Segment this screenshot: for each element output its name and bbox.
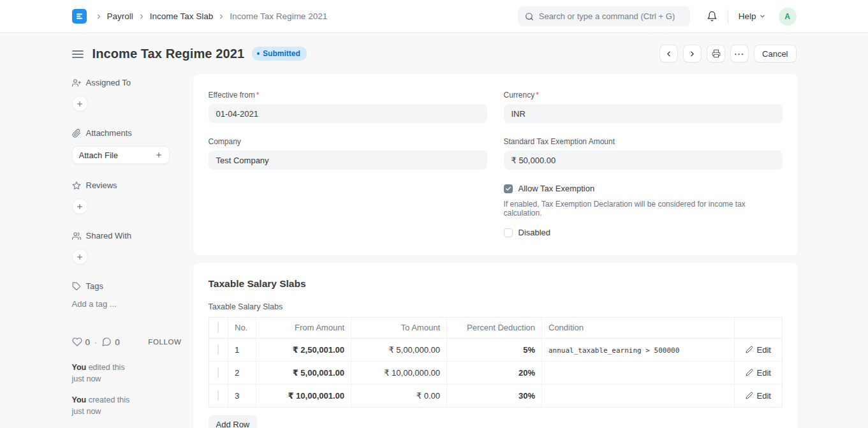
- chevron-right-icon: [95, 13, 103, 20]
- heart-icon[interactable]: [72, 337, 82, 347]
- row-number: 3: [228, 384, 256, 407]
- chevron-right-icon: [138, 13, 145, 20]
- effective-from-input[interactable]: 01-04-2021: [209, 104, 487, 123]
- chevron-left-icon: [665, 50, 673, 58]
- dot-separator: ·: [94, 337, 97, 347]
- print-button[interactable]: [707, 45, 725, 63]
- edit-label: Edit: [757, 368, 771, 378]
- currency-label: Currency: [504, 91, 535, 100]
- column-header-condition: Condition: [542, 318, 735, 338]
- breadcrumb-item-income-tax-slab[interactable]: Income Tax Slab: [150, 11, 214, 21]
- status-badge: Submitted: [252, 47, 307, 61]
- allow-tax-exemption-label: Allow Tax Exemption: [519, 184, 595, 193]
- more-actions-button[interactable]: ···: [730, 45, 749, 63]
- comment-icon[interactable]: [101, 337, 112, 347]
- chevron-down-icon: [759, 13, 766, 20]
- required-marker: *: [256, 91, 260, 100]
- standard-tax-exemption-field: Standard Tax Exemption Amount ₹ 50,000.0…: [504, 137, 783, 170]
- row-checkbox[interactable]: [217, 390, 219, 401]
- slabs-table-label: Taxable Salary Slabs: [209, 302, 783, 311]
- activity-actor: You: [72, 395, 87, 404]
- user-avatar[interactable]: A: [779, 8, 797, 26]
- edit-row-button[interactable]: Edit: [741, 391, 776, 401]
- percent-deduction-cell[interactable]: 20%: [447, 361, 542, 384]
- search-placeholder: Search or type a command (Ctrl + G): [539, 11, 675, 21]
- add-review-button[interactable]: [72, 198, 88, 214]
- cancel-button[interactable]: Cancel: [754, 45, 796, 63]
- checkbox-unchecked-icon: [504, 228, 513, 237]
- printer-icon: [712, 49, 721, 58]
- activity-time: just now: [72, 374, 182, 384]
- attach-file-label: Attach File: [79, 151, 118, 160]
- standard-tax-exemption-input[interactable]: ₹ 50,000.00: [504, 151, 783, 170]
- shared-with-section: Shared With: [72, 231, 182, 265]
- checkbox-checked-icon: [504, 184, 513, 193]
- disabled-label: Disabled: [519, 228, 551, 237]
- breadcrumb-item-current: Income Tax Regime 2021: [230, 11, 327, 21]
- currency-input[interactable]: INR: [504, 104, 783, 123]
- sidebar-toggle-icon[interactable]: [72, 48, 84, 59]
- page-title: Income Tax Regime 2021: [92, 47, 245, 61]
- pencil-icon: [746, 369, 753, 376]
- percent-deduction-cell[interactable]: 30%: [447, 384, 542, 407]
- breadcrumb: Payroll Income Tax Slab Income Tax Regim…: [91, 11, 328, 21]
- ellipsis-icon: ···: [735, 49, 745, 59]
- row-checkbox[interactable]: [217, 344, 219, 355]
- to-amount-cell[interactable]: ₹ 0.00: [351, 384, 447, 407]
- reviews-section: Reviews: [72, 181, 182, 214]
- edit-row-button[interactable]: Edit: [741, 345, 776, 355]
- row-number: 1: [228, 338, 256, 361]
- help-label: Help: [739, 11, 756, 21]
- assigned-to-label: Assigned To: [86, 78, 131, 87]
- to-amount-cell[interactable]: ₹ 5,00,000.00: [351, 338, 447, 361]
- breadcrumb-item-payroll[interactable]: Payroll: [107, 11, 133, 21]
- activity-item: You created this just now: [72, 395, 182, 417]
- next-document-button[interactable]: [683, 45, 702, 63]
- edit-row-button[interactable]: Edit: [741, 368, 776, 378]
- row-checkbox[interactable]: [217, 367, 219, 378]
- follow-button[interactable]: FOLLOW: [148, 338, 181, 346]
- star-icon: [72, 181, 81, 190]
- to-amount-cell[interactable]: ₹ 10,00,000.00: [351, 361, 447, 384]
- from-amount-cell[interactable]: ₹ 10,00,001.00: [256, 384, 351, 407]
- app-logo-icon[interactable]: [72, 9, 87, 24]
- condition-cell[interactable]: annual_taxable_earning > 500000: [548, 346, 679, 355]
- attachments-section: Attachments Attach File: [72, 128, 182, 164]
- edit-label: Edit: [757, 391, 771, 401]
- assigned-to-section: Assigned To: [72, 78, 182, 112]
- activity-action: edited this: [86, 363, 124, 372]
- tags-section: Tags Add a tag ...: [72, 281, 182, 309]
- search-input[interactable]: Search or type a command (Ctrl + G): [518, 6, 690, 26]
- disabled-checkbox[interactable]: Disabled: [504, 228, 783, 237]
- row-number: 2: [228, 361, 256, 384]
- select-all-checkbox[interactable]: [217, 322, 219, 333]
- attach-file-button[interactable]: Attach File: [72, 146, 170, 164]
- company-field: Company Test Company: [209, 137, 487, 170]
- prev-document-button[interactable]: [659, 45, 678, 63]
- from-amount-cell[interactable]: ₹ 2,50,001.00: [256, 338, 351, 361]
- add-assignment-button[interactable]: [72, 96, 88, 112]
- company-input[interactable]: Test Company: [209, 151, 487, 170]
- percent-deduction-cell[interactable]: 5%: [447, 338, 542, 361]
- currency-field: Currency* INR: [504, 91, 783, 123]
- add-share-button[interactable]: [72, 249, 88, 265]
- activity-item: You edited this just now: [72, 362, 182, 385]
- add-row-button[interactable]: Add Row: [209, 415, 258, 428]
- from-amount-cell[interactable]: ₹ 5,00,001.00: [256, 361, 351, 384]
- allow-tax-exemption-checkbox[interactable]: Allow Tax Exemption: [504, 184, 783, 193]
- plus-icon: [155, 151, 163, 159]
- allow-tax-exemption-description: If enabled, Tax Exemption Declaration wi…: [504, 200, 783, 218]
- plus-icon: [76, 203, 84, 210]
- add-tag-input[interactable]: Add a tag ...: [72, 299, 182, 309]
- activity-actor: You: [72, 363, 87, 372]
- effective-from-label: Effective from: [209, 91, 255, 100]
- details-card: Effective from* 01-04-2021 Company Test …: [193, 74, 798, 255]
- column-header-to-amount: To Amount: [351, 318, 447, 338]
- edit-label: Edit: [757, 345, 771, 355]
- slabs-section-heading: Taxable Salary Slabs: [209, 278, 783, 290]
- notifications-bell-icon[interactable]: [707, 11, 717, 22]
- attachments-label: Attachments: [86, 128, 132, 138]
- status-dot-icon: [257, 52, 260, 55]
- pencil-icon: [746, 346, 753, 353]
- help-menu[interactable]: Help: [739, 11, 766, 21]
